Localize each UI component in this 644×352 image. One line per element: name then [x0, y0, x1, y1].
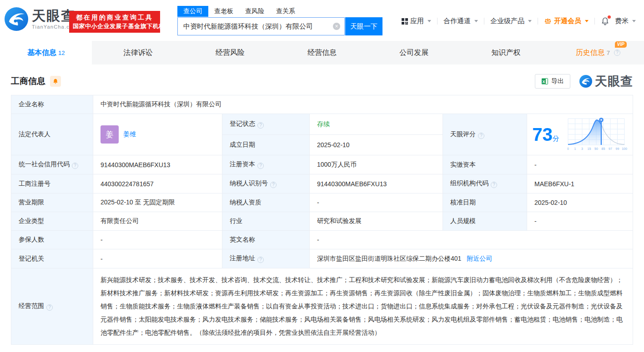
logo-swirl-icon: [5, 7, 28, 31]
banner-line2: 国家中小企业发展子基金旗下机构: [73, 22, 156, 30]
grid-icon: [402, 18, 408, 25]
svg-text:99: 99: [615, 147, 619, 150]
tab-count: 12: [58, 50, 65, 56]
table-row: 统一社会信用代码 91440300MAEB6FXU13 注册资本 1000万人民…: [11, 155, 633, 174]
help-icon[interactable]: [257, 122, 264, 129]
search-tab-boss[interactable]: 查老板: [208, 6, 239, 17]
svg-text:50: 50: [594, 147, 598, 150]
menu-enterprise[interactable]: 企业级产品: [490, 17, 532, 25]
field-company-name-label: 企业名称: [11, 95, 93, 114]
field-reg-authority-value: -: [93, 249, 222, 268]
tab-label: 法律诉讼: [123, 48, 152, 58]
field-establish-date-label: 成立日期: [222, 135, 310, 155]
search-tab-relation[interactable]: 查关系: [270, 6, 301, 17]
chevron-down-icon: [428, 20, 431, 22]
chevron-down-icon: [474, 20, 478, 22]
tianyancha-logo[interactable]: 天眼查 TianYanCha.com: [5, 7, 78, 31]
help-icon[interactable]: [614, 50, 620, 56]
search-tab-risk[interactable]: 查风险: [239, 6, 270, 17]
svg-text:97: 97: [609, 147, 612, 150]
table-row: 参保人数 - 英文名称 -: [11, 231, 633, 249]
table-row: 法定代表人 姜 姜维 登记状态 存续 天眼评分 73 分: [11, 114, 633, 135]
svg-text:0: 0: [567, 147, 569, 150]
main-content: 工商信息 X 导出 天眼查 企业名称 中资时代新能源循环科: [0, 71, 644, 345]
field-taxpayer-id-value: 91440300MAEB6FXU13: [310, 174, 443, 193]
search-button[interactable]: 天眼一下: [345, 17, 382, 35]
notification-bell[interactable]: [601, 17, 609, 25]
clear-icon[interactable]: ×: [333, 23, 340, 30]
export-button[interactable]: X 导出: [535, 74, 570, 89]
section-title: 工商信息: [11, 75, 45, 87]
chevron-down-icon: [585, 20, 589, 22]
banner-line1: 都在用的商业查询工具: [73, 13, 156, 22]
field-org-code-value: MAEB6FXU-1: [527, 174, 633, 193]
field-address-value: 深圳市盐田区盐田街道明珠社区综保二期办公楼401 附近公司: [310, 249, 633, 268]
tab-basic-info[interactable]: 基本信息 12: [0, 41, 92, 64]
search-tabs: 查公司 查老板 查风险 查关系: [177, 6, 382, 17]
nearby-companies-link[interactable]: 附近公司: [467, 255, 492, 262]
help-icon[interactable]: [491, 182, 497, 188]
search-area: 查公司 查老板 查风险 查关系 × 天眼一下: [177, 6, 382, 35]
company-nav-tabs: 基本信息 12 法律诉讼 经营风险 经营信息 公司发展 知识产权 历史信息 7 …: [0, 41, 644, 64]
tab-risk[interactable]: 经营风险: [184, 41, 276, 64]
watermark-text: 天眼查: [595, 73, 633, 89]
table-row: 企业名称 中资时代新能源循环科技（深圳）有限公司: [11, 95, 633, 114]
tab-history[interactable]: 历史信息 7 VIP: [552, 41, 644, 64]
tab-operation[interactable]: 经营信息: [276, 41, 368, 64]
tab-ip[interactable]: 知识产权: [460, 41, 552, 64]
tab-legal[interactable]: 法律诉讼: [92, 41, 184, 64]
menu-user[interactable]: 费米: [615, 17, 636, 25]
help-icon[interactable]: [72, 163, 78, 169]
help-icon[interactable]: [270, 182, 277, 188]
field-reg-status-value: 存续: [310, 114, 443, 135]
tab-development[interactable]: 公司发展: [368, 41, 460, 64]
user-name: 费米: [615, 17, 629, 25]
menu-partner[interactable]: 合作通道: [443, 17, 478, 25]
field-uscc-label: 统一社会信用代码: [11, 155, 93, 174]
field-staff-size-label: 人员规模: [443, 212, 527, 231]
help-icon[interactable]: [257, 257, 264, 263]
field-taxpayer-quality-label: 纳税人资质: [222, 193, 310, 212]
divider: [484, 18, 484, 25]
menu-apps[interactable]: 应用: [402, 17, 431, 25]
help-icon[interactable]: [46, 304, 53, 311]
field-paid-capital-value: -: [527, 155, 633, 174]
menu-vip[interactable]: 开通会员: [544, 17, 589, 25]
monitor-bell-button[interactable]: [50, 76, 61, 87]
bell-icon: [52, 78, 59, 85]
field-english-name-label: 英文名称: [222, 231, 310, 249]
promo-banner: 都在用的商业查询工具 国家中小企业发展子基金旗下机构: [69, 11, 160, 33]
legal-rep-link[interactable]: 姜维: [123, 130, 136, 139]
crown-icon: [544, 17, 552, 25]
search-input[interactable]: [177, 17, 345, 35]
menu-vip-label: 开通会员: [554, 17, 581, 25]
field-insured-label: 参保人数: [11, 231, 93, 249]
avatar[interactable]: 姜: [101, 125, 119, 144]
search-tab-company[interactable]: 查公司: [177, 6, 208, 17]
score-unit: 分: [553, 134, 559, 143]
divider: [437, 18, 438, 25]
field-reg-capital-label: 注册资本: [222, 155, 310, 174]
section-header: 工商信息 X 导出 天眼查: [11, 71, 633, 91]
field-scope-value: 新兴能源技术研发；技术服务、技术开发、技术咨询、技术交流、技术转让、技术推广；工…: [93, 268, 633, 345]
field-taxpayer-id-label: 纳税人识别号: [222, 174, 310, 193]
logo-swirl-icon: [579, 75, 592, 88]
table-row: 经营范围 新兴能源技术研发；技术服务、技术开发、技术咨询、技术交流、技术转让、技…: [11, 268, 633, 345]
help-icon[interactable]: [478, 133, 484, 139]
field-reg-status-label: 登记状态: [222, 114, 310, 135]
field-approval-date-value: 2025-02-10: [527, 193, 633, 212]
excel-icon: X: [541, 78, 548, 85]
menu-enterprise-label: 企业级产品: [490, 17, 524, 25]
field-reg-authority-label: 登记机关: [11, 249, 93, 268]
table-row: 企业类型 有限责任公司 行业 研究和试验发展 人员规模 -: [11, 212, 633, 231]
tab-label: 历史信息: [576, 48, 605, 58]
field-company-name-value: 中资时代新能源循环科技（深圳）有限公司: [93, 95, 633, 114]
field-term-label: 营业期限: [11, 193, 93, 212]
score-chart: 0131550859799100: [565, 117, 628, 152]
field-reg-capital-value: 1000万人民币: [310, 155, 443, 174]
svg-text:3: 3: [581, 147, 583, 150]
header: 天眼查 TianYanCha.com 都在用的商业查询工具 国家中小企业发展子基…: [0, 0, 644, 41]
help-icon[interactable]: [257, 163, 264, 169]
field-reg-number-label: 工商注册号: [11, 174, 93, 193]
table-row: 工商注册号 440300224781657 纳税人识别号 91440300MAE…: [11, 174, 633, 193]
